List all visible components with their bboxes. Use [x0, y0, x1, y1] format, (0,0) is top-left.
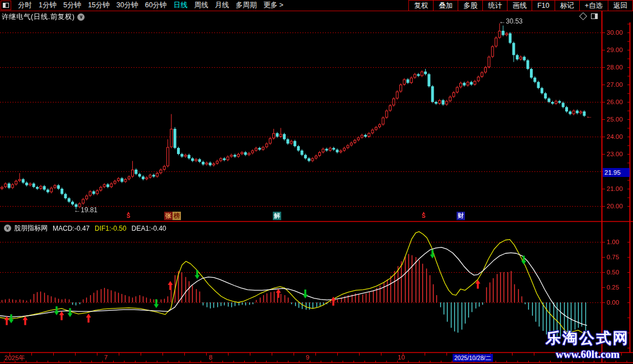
indicator-axis-label: 0.00	[607, 299, 619, 306]
stock-title: 许继电气(日线.前复权)	[2, 12, 75, 22]
price-annotation: ←30.53	[499, 17, 523, 25]
indicator-readout: DEA1:-0.40	[132, 225, 166, 232]
price-axis-label: 30.00	[607, 29, 623, 36]
chart-corner-controls	[580, 13, 598, 19]
toolbar-right-buttons: 复权叠加多股统计画线F10标记+自选返回	[408, 0, 633, 11]
indicator-readout: DIF1:-0.50	[95, 225, 127, 232]
price-axis-label: 24.00	[607, 133, 623, 140]
toolbar-button-0[interactable]: 复权	[408, 1, 433, 11]
price-axis-label: 29.00	[607, 46, 623, 53]
indicator-axis-label: 1.00	[607, 239, 619, 245]
menu-item-period-8[interactable]: 月线	[212, 1, 232, 10]
menu-item-period-5[interactable]: 60分钟	[142, 1, 170, 10]
ex-dividend-marker[interactable]: ▲S	[422, 211, 426, 219]
price-axis-label: 25.00	[607, 116, 623, 123]
event-badge[interactable]: 财	[457, 212, 465, 220]
menu-item-period-7[interactable]: 周线	[191, 1, 212, 10]
toolbar-button-3[interactable]: 统计	[482, 1, 507, 11]
last-price-badge: 21.95	[603, 168, 630, 177]
price-axis-label: 21.00	[607, 185, 623, 192]
menu-item-period-6[interactable]: 日线	[170, 1, 191, 10]
menu-item-period-0[interactable]: 分时	[15, 1, 35, 10]
window-layout-button[interactable]	[1, 1, 11, 10]
toolbar-button-1[interactable]: 叠加	[433, 1, 458, 11]
date-axis-label: 2025年	[4, 354, 25, 362]
period-menu: 分时1分钟5分钟15分钟30分钟60分钟日线周线月线多周期更多 >	[15, 1, 287, 10]
indicator-axis-label: 0.25	[607, 284, 619, 291]
menu-item-period-1[interactable]: 1分钟	[35, 1, 60, 10]
date-axis-label: 9	[306, 354, 309, 361]
date-badge: 2025/10/28/二	[453, 354, 493, 362]
date-axis-label: 10	[398, 354, 405, 361]
toolbar-button-5[interactable]: F10	[532, 1, 555, 11]
toolbar-button-6[interactable]: 标记	[555, 1, 579, 11]
menu-item-period-2[interactable]: 5分钟	[60, 1, 85, 10]
event-badge[interactable]: 张榜	[164, 212, 181, 220]
menu-item-period-10[interactable]: 更多 >	[260, 1, 287, 10]
menu-item-period-4[interactable]: 30分钟	[113, 1, 142, 10]
chart-canvas[interactable]	[0, 0, 633, 364]
price-axis-label: 26.00	[607, 99, 623, 105]
indicator-header: ∨ 股朋指标网 MACD:-0.47DIF1:-0.50DEA1:-0.40	[1, 223, 166, 233]
event-badge-char: 财	[457, 212, 465, 220]
price-annotation: ←	[586, 112, 593, 120]
toolbar-button-8[interactable]: 返回	[608, 1, 632, 11]
ex-dividend-marker[interactable]: ▲S	[127, 211, 131, 219]
layout-split-icon	[3, 3, 9, 8]
date-axis-label: 8	[209, 354, 212, 361]
top-toolbar: 分时1分钟5分钟15分钟30分钟60分钟日线周线月线多周期更多 > 复权叠加多股…	[0, 0, 633, 11]
price-axis-label: 23.00	[607, 151, 623, 157]
indicator-axis-label: 0.50	[607, 269, 619, 276]
event-badge-char: 榜	[173, 212, 181, 220]
panel-split-icon[interactable]	[591, 13, 598, 19]
menu-item-period-3[interactable]: 15分钟	[85, 1, 113, 10]
toolbar-button-4[interactable]: 画线	[507, 1, 532, 11]
indicator-readout: MACD:-0.47	[53, 225, 90, 232]
app-window: 分时1分钟5分钟15分钟30分钟60分钟日线周线月线多周期更多 > 复权叠加多股…	[0, 0, 633, 364]
indicator-values: MACD:-0.47DIF1:-0.50DEA1:-0.40	[48, 225, 166, 232]
price-axis-label: 27.00	[607, 81, 623, 88]
event-badge-char: 解	[273, 212, 281, 220]
diamond-icon[interactable]	[579, 12, 587, 20]
indicator-chevron-icon[interactable]: ∨	[4, 225, 11, 232]
toolbar-button-2[interactable]: 多股	[458, 1, 482, 11]
chevron-down-icon[interactable]: ∨	[77, 13, 85, 21]
price-axis-label: 20.00	[607, 203, 623, 209]
event-badge[interactable]: 解	[273, 212, 281, 220]
indicator-name: 股朋指标网	[14, 223, 48, 233]
price-annotation: ←19.81	[74, 206, 97, 214]
menu-item-period-9[interactable]: 多周期	[232, 1, 260, 10]
stock-title-row: 许继电气(日线.前复权) ∨	[2, 12, 85, 22]
date-axis-label: 7	[104, 354, 108, 361]
toolbar-button-7[interactable]: +自选	[579, 1, 608, 11]
event-badge-char: 张	[164, 212, 173, 220]
indicator-axis-label: 0.75	[607, 254, 619, 260]
price-axis-label: 28.00	[607, 64, 623, 71]
